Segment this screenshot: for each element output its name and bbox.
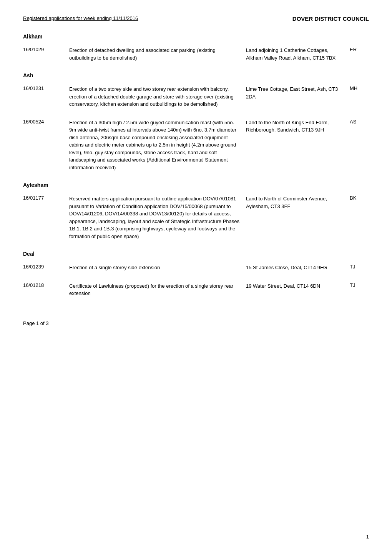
app-code: MH: [350, 85, 369, 108]
footer: Page 1 of 3: [23, 320, 369, 326]
app-number: 16/01218: [23, 282, 65, 297]
section-aylesham: Aylesham16/01177Reserved matters applica…: [23, 182, 369, 240]
app-code: TJ: [350, 264, 369, 272]
app-description: Erection of a 305m high / 2.5m wide guye…: [69, 119, 242, 172]
app-address: Land to North of Corminster Avenue, Ayle…: [246, 195, 346, 240]
app-code: AS: [350, 119, 369, 172]
sections-container: Alkham16/01029Erection of detached dwell…: [23, 33, 369, 297]
application-row: 16/01231Erection of a two storey side an…: [23, 85, 369, 108]
section-alkham: Alkham16/01029Erection of detached dwell…: [23, 33, 369, 62]
app-address: 15 St James Close, Deal, CT14 9FG: [246, 264, 346, 272]
application-row: 16/01239Erection of a single storey side…: [23, 264, 369, 272]
app-description: Certificate of Lawfulness (proposed) for…: [69, 282, 242, 297]
app-code: TJ: [350, 282, 369, 297]
application-row: 16/01218Certificate of Lawfulness (propo…: [23, 282, 369, 297]
app-code: ER: [350, 47, 369, 62]
section-title: Deal: [23, 251, 369, 257]
application-row: 16/00524Erection of a 305m high / 2.5m w…: [23, 119, 369, 172]
section-ash: Ash16/01231Erection of a two storey side…: [23, 72, 369, 171]
app-description: Erection of detached dwelling and associ…: [69, 47, 242, 62]
app-number: 16/00524: [23, 119, 65, 172]
page-number: 1: [366, 534, 369, 540]
app-description: Reserved matters application pursuant to…: [69, 195, 242, 240]
app-description: Erection of a single storey side extensi…: [69, 264, 242, 272]
application-row: 16/01177Reserved matters application pur…: [23, 195, 369, 240]
app-number: 16/01029: [23, 47, 65, 62]
header-link[interactable]: Registered applications for week ending …: [23, 15, 138, 21]
application-row: 16/01029Erection of detached dwelling an…: [23, 47, 369, 62]
page-header: Registered applications for week ending …: [23, 15, 369, 22]
app-address: Land adjoining 1 Catherine Cottages, Alk…: [246, 47, 346, 62]
app-description: Erection of a two storey side and two st…: [69, 85, 242, 108]
section-title: Alkham: [23, 33, 369, 40]
section-title: Aylesham: [23, 182, 369, 188]
page-label: Page 1 of 3: [23, 320, 49, 326]
app-code: BK: [350, 195, 369, 240]
app-address: 19 Water Street, Deal, CT14 6DN: [246, 282, 346, 297]
header-title: DOVER DISTRICT COUNCIL: [292, 15, 369, 22]
app-number: 16/01231: [23, 85, 65, 108]
section-title: Ash: [23, 72, 369, 78]
app-number: 16/01177: [23, 195, 65, 240]
section-deal: Deal16/01239Erection of a single storey …: [23, 251, 369, 297]
app-address: Lime Tree Cottage, East Street, Ash, CT3…: [246, 85, 346, 108]
app-number: 16/01239: [23, 264, 65, 272]
app-address: Land to the North of Kings End Farm, Ric…: [246, 119, 346, 172]
